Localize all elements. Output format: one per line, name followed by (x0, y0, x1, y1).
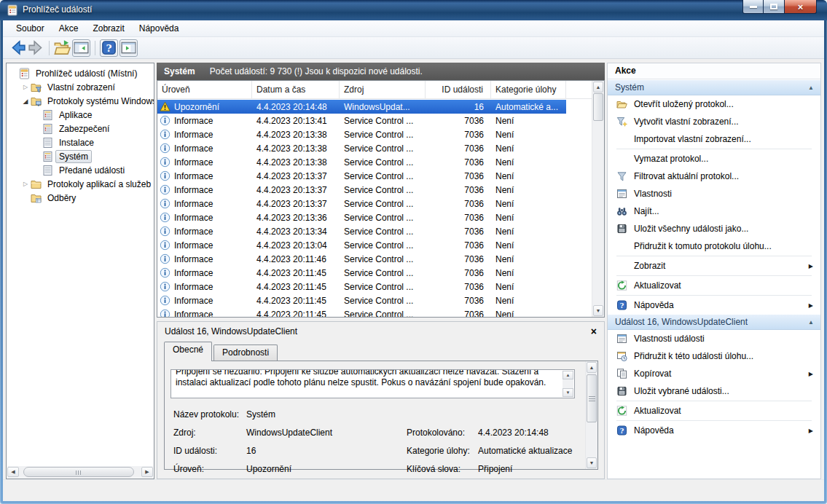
event-category-cell: Automatické a... (491, 102, 566, 112)
scroll-down-icon[interactable]: ▼ (587, 457, 597, 468)
event-row[interactable]: Informace4.4.2023 20:13:34Service Contro… (157, 224, 566, 238)
event-row[interactable]: Informace4.4.2023 20:13:37Service Contro… (157, 197, 566, 210)
expander-collapsed-icon[interactable]: ▷ (21, 181, 30, 187)
close-button[interactable]: × (784, 0, 817, 14)
column-header-category[interactable]: Kategorie úlohy (491, 81, 566, 98)
menu-akce[interactable]: Akce (52, 20, 86, 36)
collapse-icon[interactable]: ▲ (808, 319, 814, 326)
action-aktualizovat[interactable]: Aktualizovat (608, 402, 820, 420)
scroll-up-icon[interactable]: ▲ (593, 82, 603, 92)
scroll-down-icon[interactable]: ▼ (593, 305, 603, 316)
action-label: Vlastnosti (634, 189, 672, 199)
action-ulo-it-v-echny-ud-losti-jako[interactable]: Uložit všechny události jako... (608, 220, 820, 237)
scroll-right-icon[interactable]: ▶ (141, 467, 153, 477)
toolbar-console-tree-button[interactable] (72, 39, 90, 57)
tree-item-aplikace[interactable]: Aplikace (7, 108, 154, 122)
menu-napoveda[interactable]: Nápověda (132, 20, 187, 36)
action-p-idru-it-k-t-to-ud-losti-lohu[interactable]: Přidružit k této události úlohu... (608, 347, 820, 365)
action-ulo-it-vybran-ud-losti[interactable]: Uložit vybrané události... (608, 382, 820, 400)
title-bar[interactable]: Prohlížeč událostí × (0, 0, 827, 20)
event-list-scrollbar[interactable]: ▲ ▼ (592, 81, 604, 317)
expander-collapsed-icon[interactable]: ▷ (21, 84, 30, 90)
tree-item-vlastn-zobrazen[interactable]: ▷Vlastní zobrazení (7, 80, 154, 94)
action-vlastnosti-ud-losti[interactable]: Vlastnosti události (608, 330, 820, 347)
scroll-down-icon[interactable]: ▼ (563, 388, 573, 397)
column-header-source[interactable]: Zdroj (340, 81, 426, 98)
event-row[interactable]: Informace4.4.2023 20:11:45Service Contro… (157, 280, 566, 294)
minimize-button[interactable] (742, 0, 764, 14)
action-label: Filtrovat aktuální protokol... (634, 171, 739, 181)
scroll-left-icon[interactable]: ◀ (7, 467, 19, 477)
event-row[interactable]: Informace4.4.2023 20:13:36Service Contro… (157, 210, 566, 224)
action-n-pov-da[interactable]: ?Nápověda▶ (608, 296, 820, 314)
tree-item-protokoly-aplikac-a-slu-eb[interactable]: ▷Protokoly aplikací a služeb (7, 177, 154, 191)
event-message-box[interactable]: Připojení se nezdařilo: Připojení ke slu… (171, 369, 575, 398)
action-vymazat-protokol[interactable]: Vymazat protokol... (608, 150, 820, 168)
action-importovat-vlastn-zobrazen[interactable]: Importovat vlastní zobrazení... (608, 130, 820, 148)
column-header-event-id[interactable]: ID události (426, 81, 491, 98)
event-row[interactable]: Informace4.4.2023 20:13:38Service Contro… (157, 155, 566, 169)
action-vytvo-it-vlastn-zobrazen[interactable]: Vytvořit vlastní zobrazení... (608, 113, 820, 130)
menu-zobrazit[interactable]: Zobrazit (85, 20, 131, 36)
scroll-up-icon[interactable]: ▲ (563, 371, 573, 379)
preview-scrollbar[interactable]: ▲ ▼ (585, 361, 597, 469)
action-p-idru-it-k-tomuto-protokolu-lohu[interactable]: Přidružit k tomuto protokolu úlohu... (608, 237, 820, 255)
tree-horizontal-scrollbar[interactable]: ◀ ▶ (7, 466, 153, 478)
back-icon (9, 39, 27, 57)
event-id-cell: 7036 (426, 157, 491, 168)
event-datetime-cell: 4.4.2023 20:11:45 (252, 310, 340, 318)
event-row[interactable]: Informace4.4.2023 20:13:38Service Contro… (157, 141, 566, 155)
event-level-cell: Informace (157, 184, 252, 195)
toolbar-open-saved-log-button[interactable] (53, 39, 71, 57)
tree-item-odb-ry[interactable]: Odběry (7, 191, 154, 205)
tab-podrobnosti[interactable]: Podrobnosti (213, 344, 278, 361)
scrollbar-thumb[interactable] (593, 93, 603, 121)
toolbar-forward-button[interactable] (27, 39, 45, 57)
scrollbar-thumb[interactable] (587, 374, 597, 422)
event-source-cell: Service Control ... (340, 310, 426, 318)
collapse-icon[interactable]: ▲ (808, 84, 814, 91)
column-header-level[interactable]: Úroveň (157, 81, 252, 98)
action-filtrovat-aktu-ln-protokol[interactable]: Filtrovat aktuální protokol... (608, 168, 820, 185)
tree-item-instalace[interactable]: Instalace (7, 135, 154, 149)
column-header-datetime[interactable]: Datum a čas (252, 81, 340, 98)
event-level-text: Informace (174, 227, 213, 237)
action-aktualizovat[interactable]: Aktualizovat (608, 277, 820, 294)
event-row[interactable]: Informace4.4.2023 20:11:45Service Contro… (157, 266, 566, 280)
event-row[interactable]: Informace4.4.2023 20:13:41Service Contro… (157, 114, 566, 127)
actions-section-header-ud-lost-16-windowsupdateclient[interactable]: Událost 16, WindowsUpdateClient▲ (608, 314, 820, 330)
tree-item-zabezpe-en[interactable]: Zabezpečení (7, 122, 154, 135)
toolbar-back-button[interactable] (9, 39, 27, 57)
message-scrollbar[interactable]: ▲ ▼ (563, 371, 573, 397)
toolbar-action-pane-button[interactable] (119, 39, 138, 57)
tree-item-syst-m[interactable]: Systém (7, 149, 154, 163)
event-row[interactable]: Informace4.4.2023 20:13:37Service Contro… (157, 183, 566, 197)
tree-item-prohl-e-ud-lost-m-stn[interactable]: Prohlížeč událostí (Místní) (7, 66, 154, 80)
event-row[interactable]: Informace4.4.2023 20:11:46Service Contro… (157, 252, 566, 266)
action-naj-t[interactable]: Najít... (608, 202, 820, 220)
event-row[interactable]: Informace4.4.2023 20:13:38Service Contro… (157, 127, 566, 141)
action-otev-t-ulo-en-protokol[interactable]: Otevřít uložený protokol... (608, 95, 820, 113)
event-row[interactable]: Informace4.4.2023 20:13:37Service Contro… (157, 169, 566, 183)
action-n-pov-da[interactable]: ?Nápověda▶ (608, 422, 820, 439)
toolbar-help-button[interactable]: ? (100, 39, 118, 57)
tab-obecne[interactable]: Obecné (164, 342, 212, 361)
maximize-button[interactable] (764, 0, 784, 14)
event-row[interactable]: Upozornění4.4.2023 20:14:48WindowsUpdat.… (157, 100, 566, 114)
event-row[interactable]: Informace4.4.2023 20:11:45Service Contro… (157, 307, 566, 317)
action-kop-rovat[interactable]: Kopírovat▶ (608, 365, 820, 382)
menu-soubor[interactable]: Soubor (9, 20, 52, 36)
expander-expanded-icon[interactable]: ◢ (21, 98, 30, 105)
action-zobrazit[interactable]: Zobrazit▶ (608, 257, 820, 275)
event-row[interactable]: Informace4.4.2023 20:11:45Service Contro… (157, 294, 566, 307)
event-row[interactable]: Informace4.4.2023 20:13:04Service Contro… (157, 238, 566, 252)
tree-item-p-edan-ud-losti[interactable]: Předané události (7, 163, 154, 177)
event-rows: Upozornění4.4.2023 20:14:48WindowsUpdat.… (157, 100, 592, 317)
refresh-icon (616, 280, 628, 291)
actions-section-header-syst-m[interactable]: Systém▲ (608, 79, 820, 95)
tree-item-protokoly-syst-mu-windows[interactable]: ◢Protokoly systému Windows (7, 94, 154, 108)
action-vlastnosti[interactable]: Vlastnosti (608, 185, 820, 202)
scroll-up-icon[interactable]: ▲ (587, 362, 597, 373)
scrollbar-thumb[interactable] (23, 467, 134, 477)
close-preview-icon[interactable]: × (591, 326, 597, 336)
